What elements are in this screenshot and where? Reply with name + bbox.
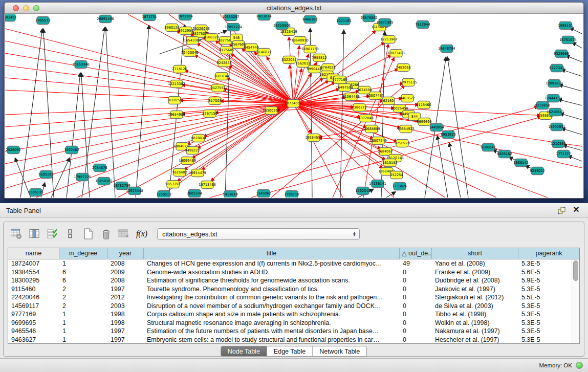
minimize-window-button[interactable] (23, 5, 29, 11)
yellow-node-22420046[interactable]: 22420046 (181, 49, 199, 57)
teal-node-9505183[interactable]: 9505183 (38, 171, 53, 179)
yellow-node-252254[interactable]: 252254 (390, 171, 403, 179)
teal-node-1413614[interactable]: 1413614 (223, 191, 237, 198)
table-row[interactable]: 1456911722003Disruption of a novel membe… (8, 302, 572, 311)
teal-node-9245022[interactable]: 9245022 (530, 167, 545, 175)
teal-node-14136141[interactable]: 14136141 (369, 180, 386, 188)
table-selector-dropdown[interactable]: citations_edges.txt ▲▼ (157, 228, 360, 240)
teal-node-1733426[interactable]: 1733426 (392, 183, 407, 190)
yellow-node-18640910[interactable]: 18640910 (291, 37, 309, 45)
table-row[interactable]: 946362711997Embryonic stem cells: a mode… (8, 336, 572, 344)
yellow-node-8186328[interactable]: 8186328 (204, 34, 219, 41)
table-row[interactable]: 1830029562008Estimation of significance … (8, 276, 572, 285)
yellow-node-16099489[interactable]: 16099489 (179, 157, 196, 165)
teal-node-20891406[interactable]: 20891406 (97, 15, 114, 23)
yellow-node-1615152[interactable]: 1615152 (382, 159, 397, 167)
yellow-node-9756928[interactable]: 9756928 (395, 140, 409, 147)
teal-node-9227343[interactable]: 9227343 (549, 64, 564, 72)
yellow-node-10973493[interactable]: 10973493 (387, 50, 405, 57)
teal-node-9329966[interactable]: 9329966 (554, 50, 569, 58)
teal-node-9186042[interactable]: 9186042 (481, 144, 495, 151)
yellow-node-8960128[interactable]: 8960128 (164, 24, 179, 32)
teal-node-2526062[interactable]: 2526062 (6, 146, 20, 154)
zoom-window-button[interactable] (33, 5, 39, 11)
scrollbar-thumb[interactable] (573, 260, 578, 281)
yellow-node-18807249[interactable]: 18807249 (369, 137, 387, 145)
teal-node-1795710[interactable]: 1795710 (284, 191, 299, 198)
yellow-node-9777169[interactable]: 9777169 (332, 76, 347, 84)
teal-node-17957225[interactable]: 17957225 (74, 173, 91, 181)
yellow-node-9175685[interactable]: 9175685 (219, 47, 234, 54)
teal-node-2405572[interactable]: 2405572 (35, 17, 50, 25)
yellow-node-17975115[interactable]: 17975115 (400, 79, 417, 86)
teal-node-20653346[interactable]: 20653346 (72, 61, 90, 69)
teal-node-26876882[interactable]: 26876882 (360, 14, 378, 22)
close-icon[interactable]: ✕ (572, 205, 581, 214)
teal-node-2605334[interactable]: 2605334 (187, 190, 202, 198)
yellow-node-9463627[interactable]: 9463627 (400, 95, 415, 102)
yellow-node-9146821[interactable]: 9146821 (256, 49, 271, 56)
yellow-node-4372040[interactable]: 4372040 (358, 115, 373, 122)
teal-node-15692931[interactable]: 15692931 (548, 123, 565, 131)
yellow-node-2718126[interactable]: 2718126 (172, 65, 187, 73)
teal-node-1871304[interactable]: 1871304 (178, 14, 192, 20)
yellow-node-18300295[interactable]: 18300295 (263, 107, 280, 115)
show-columns-button[interactable] (27, 227, 42, 241)
teal-node-2054876[interactable]: 2054876 (92, 164, 107, 172)
yellow-node-19654982[interactable]: 19654982 (168, 111, 185, 119)
teal-node-1688142[interactable]: 1688142 (513, 159, 528, 167)
citation-network-graph[interactable]: 1872400789601288912954252260589827508165… (5, 14, 583, 198)
table-row[interactable]: 1872400712008Changes of HCN gene express… (8, 259, 572, 268)
select-all-button[interactable] (45, 227, 60, 241)
yellow-node-16914479[interactable]: 16914479 (189, 169, 206, 177)
column-header-out_de[interactable]: △ out_de... (400, 248, 432, 259)
tab-node-table[interactable]: Node Table (221, 346, 267, 356)
yellow-node-9699695[interactable]: 9699695 (417, 118, 431, 126)
yellow-node-12213967[interactable]: 12213967 (380, 36, 398, 43)
teal-node-1592481[interactable]: 1592481 (5, 14, 17, 21)
yellow-node-21364486[interactable]: 21364486 (342, 93, 360, 101)
yellow-node-6794028[interactable]: 6794028 (320, 64, 335, 72)
yellow-node-10688609[interactable]: 10688609 (363, 125, 380, 133)
yellow-node-8878834[interactable]: 8878834 (191, 135, 206, 142)
yellow-node-19384554[interactable]: 19384554 (305, 134, 322, 142)
teal-node-8813074[interactable]: 8813074 (256, 14, 271, 20)
teal-node-12444158[interactable]: 12444158 (545, 95, 562, 102)
column-header-short[interactable]: short (432, 248, 518, 259)
yellow-node-12213382[interactable]: 12213382 (168, 80, 185, 88)
teal-node-15751074[interactable]: 15751074 (559, 36, 577, 44)
yellow-node-2603144[interactable]: 2603144 (214, 73, 229, 80)
teal-node-7512944[interactable]: 7512944 (415, 21, 430, 29)
table-mode-button[interactable] (9, 227, 24, 241)
yellow-node-8912954[interactable]: 8912954 (178, 27, 193, 35)
teal-node-10653257[interactable]: 10653257 (222, 14, 239, 21)
teal-node-9805162[interactable]: 9805162 (497, 150, 512, 158)
new-column-button[interactable] (80, 227, 96, 241)
yellow-node-15718485[interactable]: 15718485 (199, 181, 216, 189)
yellow-node-9115460[interactable]: 9115460 (416, 101, 431, 109)
teal-node-1292345[interactable]: 1292345 (355, 187, 370, 195)
teal-node-16958107[interactable]: 16958107 (95, 178, 113, 185)
teal-node-8215958[interactable]: 8215958 (535, 102, 550, 110)
teal-node-1250513[interactable]: 1250513 (156, 191, 171, 198)
yellow-node-9242848[interactable]: 9242848 (216, 59, 231, 67)
yellow-node-817008[interactable]: 817008 (208, 97, 221, 105)
teal-node-12093832[interactable]: 12093832 (546, 80, 563, 87)
teal-node-1210355[interactable]: 1210355 (551, 140, 565, 148)
float-window-icon[interactable] (558, 207, 565, 214)
teal-node-12923448[interactable]: 12923448 (126, 187, 143, 195)
teal-node-25218506[interactable]: 25218506 (273, 22, 291, 30)
yellow-node-18724007[interactable]: 18724007 (285, 100, 302, 107)
yellow-node-7386372[interactable]: 7386372 (352, 104, 366, 112)
network-window[interactable]: citations_edges.txt 18724007896012889129… (4, 2, 584, 199)
tab-network-table[interactable]: Network Table (312, 346, 366, 356)
yellow-node-9427552[interactable]: 9427552 (210, 84, 225, 92)
teal-node-1440954[interactable]: 1440954 (429, 124, 444, 132)
table-row[interactable]: 977716911998Corpus callosum shape and si… (8, 310, 572, 319)
yellow-node-7625402[interactable]: 7625402 (172, 169, 187, 177)
network-window-titlebar[interactable]: citations_edges.txt (5, 3, 583, 14)
yellow-node-16543382[interactable]: 16543382 (184, 37, 201, 45)
teal-node-17857224[interactable]: 17857224 (225, 24, 242, 31)
teal-node-16648784[interactable]: 16648784 (438, 45, 455, 53)
yellow-node-7485063[interactable]: 7485063 (396, 64, 410, 72)
